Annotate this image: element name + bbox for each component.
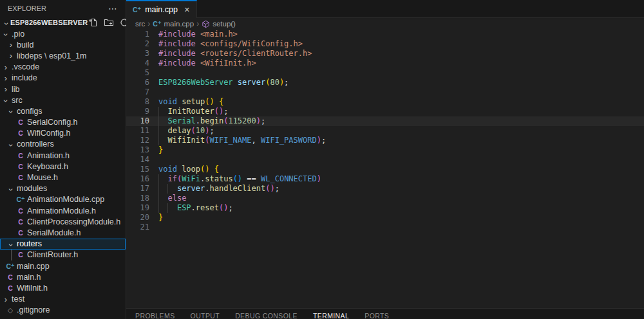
tree-item-gitignore[interactable]: ◇.gitignore: [0, 305, 126, 316]
code-line-text: ESP.reset();: [158, 203, 233, 213]
indent-guide: [167, 203, 168, 213]
indent-guide: [158, 184, 159, 194]
c-header-file-icon: C: [16, 118, 25, 127]
panel-tab-problems[interactable]: PROBLEMS: [135, 312, 175, 319]
code-line-text: #include <configs/WifiConfig.h>: [158, 39, 303, 49]
tree-item-serialmodule-h[interactable]: CSerialModule.h: [0, 227, 126, 238]
breadcrumb-label: main.cpp: [164, 20, 194, 28]
code-line-11[interactable]: 11 delay(10);: [126, 126, 644, 136]
tree-item-label: routers: [17, 239, 42, 248]
code-line-text: WifiInit(WIFI_NAME, WIFI_PASWORD);: [158, 136, 326, 145]
chevron-right-icon: ›: [2, 295, 10, 304]
code-line-2[interactable]: 2#include <configs/WifiConfig.h>: [126, 39, 644, 49]
code-line-21[interactable]: 21: [126, 223, 644, 232]
tree-item-build[interactable]: ›build: [0, 39, 126, 50]
code-line-text: delay(10);: [158, 126, 214, 136]
tree-item-routers[interactable]: ›routers: [0, 239, 126, 250]
code-line-12[interactable]: 12 WifiInit(WIFI_NAME, WIFI_PASWORD);: [126, 136, 644, 145]
tree-item-label: include: [12, 73, 37, 82]
explorer-sidebar: EXPLORER ⋯ › ESP8266WEBSERVER ›.pio›buil…: [0, 0, 126, 319]
indent-guide: [158, 203, 159, 213]
line-number: 19: [126, 203, 149, 213]
tree-item-modules[interactable]: ›modules: [0, 183, 126, 194]
tree-item-animationmodule-cpp[interactable]: C⁺AnimationModule.cpp: [0, 194, 126, 205]
tree-item-serialconfig-h[interactable]: CSerialConfig.h: [0, 117, 126, 128]
code-line-text: else: [158, 194, 186, 203]
breadcrumb-item-main-cpp[interactable]: C⁺main.cpp: [153, 20, 194, 28]
tree-item-main-cpp[interactable]: C⁺main.cpp: [0, 260, 126, 271]
indent-guide: [158, 174, 159, 184]
tree-item-label: WifiInit.h: [17, 284, 48, 293]
tree-item-animationmodule-h[interactable]: CAnimationModule.h: [0, 205, 126, 216]
tree-item-configs[interactable]: ›configs: [0, 105, 126, 116]
code-line-14[interactable]: 14: [126, 155, 644, 165]
tree-item-test[interactable]: ›test: [0, 294, 126, 305]
code-line-7[interactable]: 7: [126, 87, 644, 97]
new-folder-icon: [104, 17, 114, 28]
new-folder-button[interactable]: [103, 17, 115, 28]
code-editor[interactable]: 1#include <main.h>2#include <configs/Wif…: [126, 30, 644, 307]
tree-item-lib[interactable]: ›lib: [0, 84, 126, 95]
panel-tab-terminal[interactable]: TERMINAL: [313, 312, 349, 319]
line-number: 15: [126, 165, 149, 174]
tree-item-include[interactable]: ›include: [0, 73, 126, 84]
tree-item-pio[interactable]: ›.pio: [0, 28, 126, 39]
vscode-window: EXPLORER ⋯ › ESP8266WEBSERVER ›.pio›buil…: [0, 0, 644, 319]
line-number: 10: [126, 116, 149, 126]
tree-item-wifiinit-h[interactable]: CWifiInit.h: [0, 282, 126, 293]
tree-item-label: test: [12, 295, 24, 304]
tree-item-controllers[interactable]: ›controllers: [0, 139, 126, 150]
editor-group: C⁺ main.cpp ✕ src›C⁺main.cpp›setup() 1#i…: [126, 0, 644, 319]
workspace-section-header[interactable]: › ESP8266WEBSERVER: [0, 17, 126, 28]
tree-item-clientprocessingmodule-h[interactable]: CClientProcessingModule.h: [0, 216, 126, 227]
chevron-right-icon: ›: [7, 51, 15, 60]
panel-tab-debug-console[interactable]: DEBUG CONSOLE: [235, 312, 298, 319]
tree-item-libdeps-esp01-1m[interactable]: ›libdeps \ esp01_1m: [0, 50, 126, 61]
tree-item-main-h[interactable]: Cmain.h: [0, 271, 126, 282]
close-icon[interactable]: ✕: [184, 6, 190, 14]
tree-item-label: AnimationModule.cpp: [27, 195, 104, 204]
tab-main-cpp[interactable]: C⁺ main.cpp ✕: [126, 0, 197, 18]
tree-item-keyboard-h[interactable]: CKeyboard.h: [0, 161, 126, 172]
panel-tab-ports[interactable]: PORTS: [365, 312, 389, 319]
new-file-button[interactable]: [88, 17, 99, 28]
chevron-down-icon: ›: [1, 31, 11, 39]
tree-item-wificonfig-h[interactable]: CWifiConfig.h: [0, 128, 126, 139]
code-line-17[interactable]: 17 server.handleClient();: [126, 184, 644, 194]
breadcrumb-item-src[interactable]: src: [135, 20, 145, 28]
more-actions-button[interactable]: ⋯: [108, 5, 118, 12]
code-line-4[interactable]: 4#include <WifiInit.h>: [126, 59, 644, 68]
tree-item-mouse-h[interactable]: CMouse.h: [0, 172, 126, 183]
code-line-16[interactable]: 16 if(WiFi.status() == WL_CONNECTED): [126, 174, 644, 184]
line-number: 18: [126, 194, 149, 203]
tree-item-vscode[interactable]: ›.vscode: [0, 62, 126, 73]
breadcrumb-item-setup[interactable]: setup(): [202, 20, 236, 28]
code-line-3[interactable]: 3#include <routers/ClientRouter.h>: [126, 49, 644, 59]
code-line-text: Serial.begin(115200);: [158, 116, 265, 126]
line-number: 8: [126, 97, 149, 107]
tree-item-clientrouter-h[interactable]: CClientRouter.h: [0, 250, 126, 260]
code-line-6[interactable]: 6ESP8266WebServer server(80);: [126, 78, 644, 87]
line-number: 11: [126, 126, 149, 136]
chevron-down-icon: ›: [2, 19, 12, 27]
chevron-down-icon: ›: [1, 97, 11, 105]
code-line-text: if(WiFi.status() == WL_CONNECTED): [158, 174, 321, 184]
panel-tab-output[interactable]: OUTPUT: [191, 312, 220, 319]
indent-guide: [158, 107, 159, 116]
tree-item-src[interactable]: ›src: [0, 95, 126, 105]
code-line-1[interactable]: 1#include <main.h>: [126, 30, 644, 39]
tree-item-label: src: [12, 96, 23, 105]
code-line-5[interactable]: 5: [126, 68, 644, 78]
code-line-text: }: [158, 213, 163, 223]
code-line-15[interactable]: 15void loop() {: [126, 165, 644, 174]
code-line-18[interactable]: 18 else: [126, 194, 644, 203]
code-line-13[interactable]: 13}: [126, 145, 644, 155]
code-line-8[interactable]: 8void setup() {: [126, 97, 644, 107]
code-line-20[interactable]: 20}: [126, 213, 644, 223]
cpp-file-icon: C⁺: [153, 20, 161, 28]
editor-tabbar: C⁺ main.cpp ✕: [126, 0, 644, 18]
code-line-19[interactable]: 19 ESP.reset();: [126, 203, 644, 213]
code-line-9[interactable]: 9 InitRouter();: [126, 107, 644, 116]
code-line-10[interactable]: 10 Serial.begin(115200);: [126, 116, 644, 126]
tree-item-animation-h[interactable]: CAnimation.h: [0, 150, 126, 161]
